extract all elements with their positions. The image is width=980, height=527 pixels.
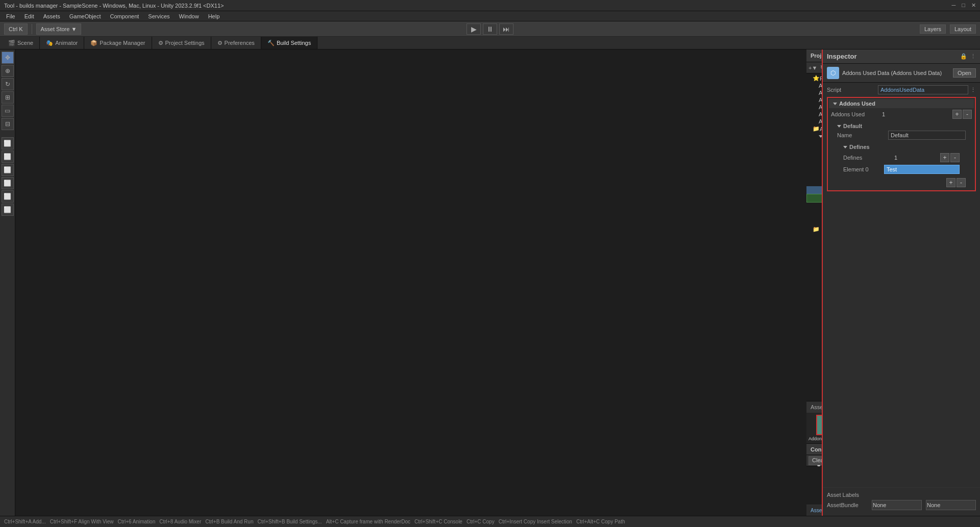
default-subsection-arrow: [837, 125, 841, 128]
inspector-defines-count-row: Defines 1 + -: [841, 153, 962, 163]
tool-all[interactable]: ⊟: [2, 118, 14, 130]
inspector-addons-plus[interactable]: +: [952, 110, 962, 119]
tab-build-settings[interactable]: 🔨 Build Settings: [261, 37, 317, 49]
inspector-script-value[interactable]: AddonsUsedData: [878, 85, 968, 94]
inspector-script-row: Script AddonsUsedData ⋮: [825, 85, 978, 95]
top-toolbar: Ctrl K Asset Store ▼ ▶ ⏸ ⏭ Layers Layout: [0, 21, 980, 37]
menu-services[interactable]: Services: [144, 12, 174, 20]
inspector-addons-count-label: Addons Used: [831, 111, 882, 117]
tool-custom4[interactable]: ⬜: [2, 177, 14, 189]
menu-help[interactable]: Help: [204, 12, 224, 20]
project-add-icon[interactable]: +▼: [808, 65, 817, 71]
animator-icon: 🎭: [46, 40, 53, 46]
project-settings-icon: ⚙: [158, 40, 163, 46]
inspector-addons-count: 1: [882, 111, 952, 117]
inspector-title: Inspector: [827, 53, 857, 60]
tool-move[interactable]: ⊕: [2, 65, 14, 77]
inspector-default-plus[interactable]: +: [946, 178, 955, 187]
inspector-element0-row: Element 0: [841, 164, 962, 174]
asset-labels-section: Asset Labels AssetBundle None None: [823, 487, 980, 516]
inspector-default-subsection: Default Name Default Defines: [829, 121, 974, 189]
viewport-container: ⊕Center▼ ⊙Local▼ 1 ⊞ ⊡ ← Persp 789 X: [15, 49, 806, 516]
inspector-element0-input[interactable]: [884, 165, 960, 174]
inspector-addons-header[interactable]: Addons Used: [829, 99, 974, 108]
inspector-name-row: Name Default: [835, 130, 968, 140]
inspector-object-header: ⬡ Addons Used Data (Addons Used Data) Op…: [823, 64, 980, 83]
asset-store-btn[interactable]: Asset Store ▼: [36, 23, 82, 35]
tool-rotate[interactable]: ↻: [2, 78, 14, 90]
status-ctrl-c: Ctrl+C Copy: [467, 519, 495, 524]
asset-labels-title: Asset Labels: [827, 492, 976, 498]
inspector-defines-controls: + -: [940, 153, 960, 162]
inspector-addons-controls: + -: [952, 110, 972, 119]
preferences-icon: ⚙: [217, 40, 223, 46]
menu-file[interactable]: File: [2, 12, 19, 20]
tab-animator-label: Animator: [55, 40, 78, 46]
layers-dropdown[interactable]: Layers: [920, 24, 946, 34]
inspector-script-label: Script: [827, 87, 878, 93]
inspector-addons-section-bordered: Addons Used Addons Used 1 + -: [827, 97, 976, 191]
tool-custom2[interactable]: ⬜: [2, 150, 14, 163]
menu-edit[interactable]: Edit: [20, 12, 38, 20]
tab-build-settings-label: Build Settings: [277, 40, 311, 46]
maximize-btn[interactable]: □: [962, 2, 965, 9]
tab-animator[interactable]: 🎭 Animator: [40, 37, 84, 49]
play-btn[interactable]: ▶: [467, 23, 481, 35]
tool-transform[interactable]: ✥: [2, 52, 14, 64]
inspector-lock-icon[interactable]: 🔒: [960, 53, 967, 60]
titlebar-controls[interactable]: ─ □ ✕: [952, 2, 976, 9]
tab-package-manager[interactable]: 📦 Package Manager: [84, 37, 152, 49]
inspector-defines-minus[interactable]: -: [950, 153, 960, 162]
tab-preferences-label: Preferences: [225, 40, 255, 46]
inspector-name-value: Default: [888, 131, 966, 140]
step-btn[interactable]: ⏭: [499, 23, 513, 35]
close-btn[interactable]: ✕: [971, 2, 976, 9]
play-controls: ▶ ⏸ ⏭: [467, 21, 513, 37]
menu-gameobject[interactable]: GameObject: [65, 12, 105, 20]
tab-project-settings[interactable]: ⚙ Project Settings: [152, 37, 211, 49]
toolbar-separator-1: [32, 24, 32, 34]
menu-window[interactable]: Window: [175, 12, 203, 20]
inspector-addons-minus[interactable]: -: [963, 110, 972, 119]
inspector-unity-logo: ⬡: [827, 67, 839, 79]
status-ctrl-alt-c: Ctrl+Alt+C Copy Path: [576, 519, 625, 524]
pause-btn[interactable]: ⏸: [483, 23, 497, 35]
tab-preferences[interactable]: ⚙ Preferences: [211, 37, 261, 49]
minimize-btn[interactable]: ─: [952, 2, 956, 9]
status-ctrl-shift-b: Ctrl+Shift+B Build Settings...: [257, 519, 322, 524]
favorites-folder-icon: ⭐: [813, 75, 820, 82]
tool-custom1[interactable]: ⬜: [2, 137, 14, 149]
asset-bundle-variant-select[interactable]: None: [926, 500, 976, 510]
inspector-default-controls: + -: [835, 177, 968, 188]
tab-scene-label: Scene: [17, 40, 33, 46]
inspector-defines-title: Defines: [849, 144, 870, 150]
layout-dropdown[interactable]: Layout: [950, 24, 976, 34]
tool-custom5[interactable]: ⬜: [2, 190, 14, 203]
inspector-default-header: Default: [835, 122, 968, 130]
inspector-menu-icon[interactable]: ⋮: [970, 53, 976, 60]
inspector-addons-title: Addons Used: [839, 101, 875, 107]
status-alt-c: Alt+C Capture frame with RenderDoc: [326, 519, 410, 524]
asset-bundle-label: AssetBundle: [827, 502, 868, 508]
menu-assets[interactable]: Assets: [39, 12, 64, 20]
tool-custom6[interactable]: ⬜: [2, 204, 14, 216]
inspector-body: Script AddonsUsedData ⋮ Addons Used Addo…: [823, 83, 980, 487]
tool-scale[interactable]: ⊞: [2, 91, 14, 104]
inspector-defines-section: Defines Defines 1 + -: [835, 142, 968, 177]
status-ctrl-6: Ctrl+6 Animation: [118, 519, 156, 524]
asset-bundle-select[interactable]: None: [872, 500, 922, 510]
menubar: File Edit Assets GameObject Component Se…: [0, 11, 980, 21]
tab-scene[interactable]: 🎬 Scene: [2, 37, 40, 49]
titlebar-title: Tool - builds manager - SampleScene - Wi…: [4, 3, 224, 9]
inspector-open-btn[interactable]: Open: [953, 68, 976, 78]
tool-rect[interactable]: ▭: [2, 105, 14, 117]
status-ctrl-b: Ctrl+B Build And Run: [205, 519, 253, 524]
inspector-header: Inspector 🔒 ⋮: [823, 49, 980, 64]
inspector-script-menu[interactable]: ⋮: [970, 87, 976, 93]
inspector-defines-plus[interactable]: +: [940, 153, 949, 162]
inspector-default-minus[interactable]: -: [957, 178, 966, 187]
tool-custom3[interactable]: ⬜: [2, 164, 14, 176]
status-ctrl-8: Ctrl+8 Audio Mixer: [159, 519, 201, 524]
ctrl-k-btn[interactable]: Ctrl K: [4, 23, 28, 35]
menu-component[interactable]: Component: [106, 12, 143, 20]
